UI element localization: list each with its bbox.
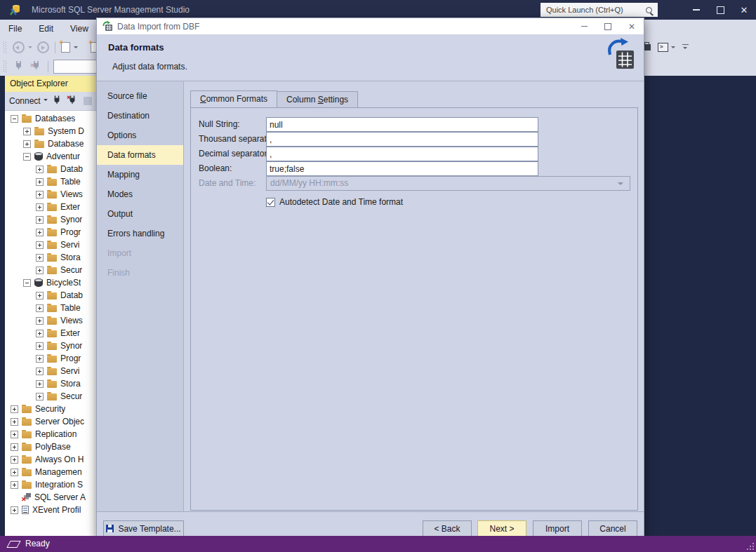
menu-view[interactable]: View (62, 20, 97, 38)
expand-icon[interactable] (36, 216, 44, 224)
tree-item[interactable]: PolyBase (5, 440, 96, 453)
dialog-minimize-button[interactable] (572, 18, 596, 34)
expand-icon[interactable] (36, 254, 44, 262)
expand-icon[interactable] (11, 405, 18, 413)
toolbar-overflow-icon[interactable] (682, 44, 689, 51)
search-icon[interactable] (646, 7, 652, 13)
menu-file[interactable]: File (0, 20, 30, 38)
expand-icon[interactable] (36, 393, 44, 400)
cancel-button[interactable]: Cancel (588, 520, 637, 537)
collapse-icon[interactable] (11, 115, 18, 123)
resize-grip-icon[interactable] (747, 543, 754, 550)
oe-toolbar-icon[interactable] (84, 97, 92, 105)
maximize-button[interactable] (708, 0, 732, 20)
wizard-step-data-formats[interactable]: Data formats (97, 145, 183, 165)
wizard-step-destination[interactable]: Destination (97, 106, 183, 126)
tree-item[interactable]: Exter (5, 201, 96, 213)
tree-item[interactable]: Stora (5, 377, 96, 390)
tree-item[interactable]: Adventur (5, 150, 96, 163)
tree-item[interactable]: Servi (5, 365, 96, 377)
command-window-dropdown-icon[interactable] (671, 46, 675, 51)
command-window-icon[interactable] (658, 43, 668, 52)
tree-item[interactable]: Synor (5, 213, 96, 226)
expand-icon[interactable] (36, 355, 44, 363)
next-button[interactable]: Next > (477, 520, 526, 537)
tree-item[interactable]: Exter (5, 327, 96, 339)
expand-icon[interactable] (36, 241, 44, 249)
database-selector-combo[interactable] (53, 60, 101, 74)
expand-icon[interactable] (36, 178, 44, 186)
expand-icon[interactable] (11, 443, 18, 451)
expand-icon[interactable] (36, 292, 44, 299)
tree-item[interactable]: Databases (5, 112, 96, 125)
tree-item[interactable]: Progr (5, 226, 96, 238)
disconnect-icon[interactable] (30, 60, 41, 73)
expand-icon[interactable] (23, 128, 31, 135)
expand-icon[interactable] (36, 304, 44, 312)
expand-icon[interactable] (36, 330, 44, 337)
expand-icon[interactable] (36, 368, 44, 375)
dialog-maximize-button[interactable] (596, 18, 620, 34)
tree-item[interactable]: Servi (5, 238, 96, 251)
tree-item[interactable]: Secur (5, 390, 96, 403)
dialog-close-button[interactable]: ✕ (620, 18, 644, 34)
expand-icon[interactable] (11, 431, 18, 438)
toolbar-grip[interactable] (4, 41, 6, 53)
tab-column-settings[interactable]: Column Settings (277, 91, 358, 107)
tree-item[interactable]: Views (5, 314, 96, 327)
tree-item[interactable]: SQL Server A (5, 491, 96, 504)
tree-item[interactable]: BicycleSt (5, 276, 96, 289)
tree-item[interactable]: Table (5, 175, 96, 188)
field-input-boolean[interactable] (266, 161, 538, 176)
tree-item[interactable]: Secur (5, 264, 96, 276)
expand-icon[interactable] (36, 191, 44, 198)
back-dropdown-icon[interactable] (28, 46, 32, 51)
minimize-button[interactable] (684, 0, 708, 20)
toolbar-grip[interactable] (4, 60, 6, 72)
wizard-step-errors-handling[interactable]: Errors handling (97, 224, 183, 243)
connect-button[interactable]: Connect (9, 96, 48, 106)
navigate-back-icon[interactable] (13, 41, 25, 53)
expand-icon[interactable] (36, 267, 44, 274)
tree-item[interactable]: Always On H (5, 453, 96, 466)
expand-icon[interactable] (11, 506, 18, 514)
tree-item[interactable]: Security (5, 403, 96, 415)
expand-icon[interactable] (11, 469, 18, 476)
collapse-icon[interactable] (23, 279, 31, 287)
expand-icon[interactable] (11, 481, 18, 489)
collapse-icon[interactable] (23, 153, 31, 161)
wizard-step-mapping[interactable]: Mapping (97, 165, 183, 184)
tree-item[interactable]: Progr (5, 352, 96, 365)
tree-item[interactable]: Datab (5, 289, 96, 302)
field-input-null-string[interactable] (266, 117, 538, 132)
tree-item[interactable]: XEvent Profil (5, 504, 96, 516)
expand-icon[interactable] (11, 456, 18, 464)
tree-item[interactable]: Server Objec (5, 415, 96, 428)
tree-item[interactable]: Stora (5, 251, 96, 264)
save-template-button[interactable]: Save Template... (103, 520, 184, 537)
tree-item[interactable]: Views (5, 188, 96, 201)
expand-icon[interactable] (11, 418, 18, 426)
field-input-thousand-separator[interactable] (266, 132, 538, 147)
tab-common-formats[interactable]: Common Formats (190, 90, 277, 107)
wizard-step-modes[interactable]: Modes (97, 184, 183, 204)
quick-launch-input[interactable]: Quick Launch (Ctrl+Q) (541, 3, 658, 17)
expand-icon[interactable] (36, 342, 44, 350)
tree-item[interactable]: Database (5, 137, 96, 150)
object-explorer-title[interactable]: Object Explorer (5, 76, 96, 92)
expand-icon[interactable] (36, 317, 44, 325)
new-query-dropdown-icon[interactable] (74, 46, 78, 51)
connect-icon[interactable] (14, 60, 23, 73)
wizard-step-source-file[interactable]: Source file (97, 86, 183, 106)
expand-icon[interactable] (36, 229, 44, 236)
close-button[interactable]: ✕ (732, 0, 756, 20)
expand-icon[interactable] (36, 203, 44, 211)
tree-item[interactable]: System D (5, 125, 96, 137)
back-button[interactable]: < Back (423, 520, 472, 537)
connect-icon[interactable] (53, 95, 61, 107)
tree-item[interactable]: Table (5, 302, 96, 314)
tree-item[interactable]: Datab (5, 163, 96, 175)
field-input-decimal-separator[interactable] (266, 147, 538, 161)
expand-icon[interactable] (23, 140, 31, 148)
wizard-step-options[interactable]: Options (97, 126, 183, 145)
